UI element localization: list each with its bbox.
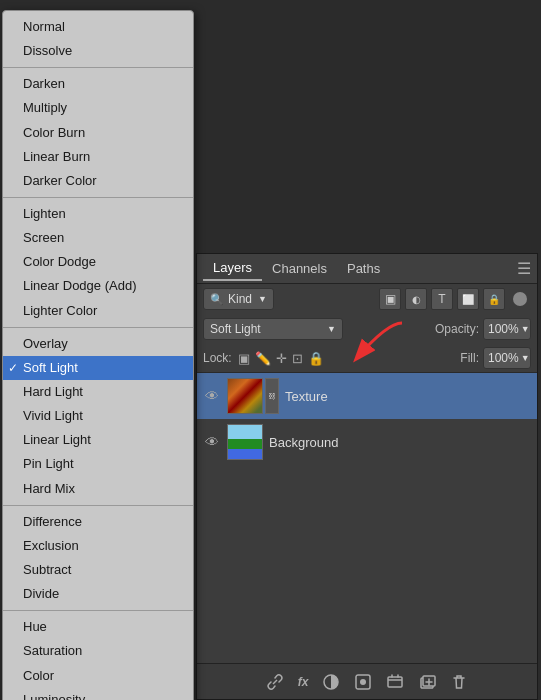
separator-1 (3, 67, 193, 68)
kind-label: Kind (228, 292, 252, 306)
lock-move-btn[interactable]: ✛ (276, 351, 287, 366)
menu-item-luminosity[interactable]: Luminosity (3, 688, 193, 700)
menu-item-pin-light[interactable]: Pin Light (3, 452, 193, 476)
filter-adjust-btn[interactable]: ◐ (405, 288, 427, 310)
svg-point-3 (360, 679, 366, 685)
new-layer-button[interactable] (418, 673, 436, 691)
adjustment-button[interactable] (322, 673, 340, 691)
bottom-toolbar: fx (197, 663, 537, 699)
menu-item-darken[interactable]: Darken (3, 72, 193, 96)
mask-button[interactable] (354, 673, 372, 691)
lock-artboard-btn[interactable]: ⊡ (292, 351, 303, 366)
menu-item-lighter-color[interactable]: Lighter Color (3, 299, 193, 323)
search-icon: 🔍 (210, 293, 224, 306)
layer-item-texture[interactable]: 👁 ⛓ Texture (197, 373, 537, 419)
menu-item-lighten[interactable]: Lighten (3, 202, 193, 226)
menu-item-divide[interactable]: Divide (3, 582, 193, 606)
opacity-section: Opacity: 100% ▼ (435, 318, 531, 340)
menu-item-soft-light[interactable]: Soft Light (3, 356, 193, 380)
filter-icons: ▣ ◐ T ⬜ 🔒 (379, 288, 531, 310)
layer-link-icon: ⛓ (265, 378, 279, 414)
lock-paint-btn[interactable]: ✏️ (255, 351, 271, 366)
menu-item-linear-light[interactable]: Linear Light (3, 428, 193, 452)
tab-channels[interactable]: Channels (262, 257, 337, 280)
link-symbol: ⛓ (268, 392, 276, 401)
blend-mode-row: Soft Light ▼ Opacity: 100% ▼ (197, 314, 537, 344)
layer-thumb-texture (227, 378, 263, 414)
menu-item-vivid-light[interactable]: Vivid Light (3, 404, 193, 428)
fill-label: Fill: (460, 351, 479, 365)
menu-item-exclusion[interactable]: Exclusion (3, 534, 193, 558)
group-button[interactable] (386, 673, 404, 691)
smart-icon: 🔒 (488, 294, 500, 305)
fill-section: Fill: 100% ▼ (460, 347, 531, 369)
kind-select[interactable]: 🔍 Kind ▼ (203, 288, 274, 310)
fx-button[interactable]: fx (298, 675, 309, 689)
opacity-field[interactable]: 100% ▼ (483, 318, 531, 340)
menu-item-difference[interactable]: Difference (3, 510, 193, 534)
tab-layers[interactable]: Layers (203, 256, 262, 281)
menu-item-saturation[interactable]: Saturation (3, 639, 193, 663)
menu-item-hard-mix[interactable]: Hard Mix (3, 477, 193, 501)
layers-list: 👁 ⛓ Texture 👁 Background (197, 373, 537, 663)
menu-item-linear-dodge[interactable]: Linear Dodge (Add) (3, 274, 193, 298)
menu-item-linear-burn[interactable]: Linear Burn (3, 145, 193, 169)
separator-3 (3, 327, 193, 328)
chevron-down-icon-4: ▼ (521, 353, 530, 363)
filter-type-btn[interactable]: T (431, 288, 453, 310)
svg-rect-4 (388, 677, 402, 687)
layer-thumb-wrapper-background (227, 424, 263, 460)
background-thumbnail (228, 425, 262, 459)
lock-label: Lock: (203, 351, 232, 365)
chevron-down-icon-3: ▼ (521, 324, 530, 334)
blend-mode-value: Soft Light (210, 322, 323, 336)
lock-all-btn[interactable]: 🔒 (308, 351, 324, 366)
menu-item-color[interactable]: Color (3, 664, 193, 688)
menu-item-hard-light[interactable]: Hard Light (3, 380, 193, 404)
filter-dot-btn[interactable] (509, 288, 531, 310)
menu-item-color-dodge[interactable]: Color Dodge (3, 250, 193, 274)
panel-menu-icon[interactable]: ☰ (517, 259, 531, 278)
type-icon: T (438, 292, 445, 306)
layer-thumb-background (227, 424, 263, 460)
filter-smart-btn[interactable]: 🔒 (483, 288, 505, 310)
filter-pixel-btn[interactable]: ▣ (379, 288, 401, 310)
lock-row: Lock: ▣ ✏️ ✛ ⊡ 🔒 Fill: 100% ▼ (197, 344, 537, 373)
menu-item-hue[interactable]: Hue (3, 615, 193, 639)
kind-filter-row: 🔍 Kind ▼ ▣ ◐ T ⬜ 🔒 (197, 284, 537, 314)
menu-item-overlay[interactable]: Overlay (3, 332, 193, 356)
chevron-down-icon: ▼ (258, 294, 267, 304)
visibility-toggle-background[interactable]: 👁 (203, 434, 221, 450)
separator-5 (3, 610, 193, 611)
blend-mode-select[interactable]: Soft Light ▼ (203, 318, 343, 340)
layer-name-background: Background (269, 435, 531, 450)
menu-item-dissolve[interactable]: Dissolve (3, 39, 193, 63)
filter-circle (513, 292, 527, 306)
lock-transparent-btn[interactable]: ▣ (238, 351, 250, 366)
fx-icon: fx (298, 675, 309, 689)
filter-shape-btn[interactable]: ⬜ (457, 288, 479, 310)
menu-item-multiply[interactable]: Multiply (3, 96, 193, 120)
blend-mode-menu[interactable]: Normal Dissolve Darken Multiply Color Bu… (2, 10, 194, 700)
texture-thumbnail (228, 379, 262, 413)
pixel-icon: ▣ (385, 292, 396, 306)
opacity-label: Opacity: (435, 322, 479, 336)
link-button[interactable] (266, 673, 284, 691)
fill-field[interactable]: 100% ▼ (483, 347, 531, 369)
layer-item-background[interactable]: 👁 Background (197, 419, 537, 465)
menu-item-subtract[interactable]: Subtract (3, 558, 193, 582)
delete-button[interactable] (450, 673, 468, 691)
layer-name-texture: Texture (285, 389, 531, 404)
menu-item-darker-color[interactable]: Darker Color (3, 169, 193, 193)
menu-item-screen[interactable]: Screen (3, 226, 193, 250)
separator-4 (3, 505, 193, 506)
separator-2 (3, 197, 193, 198)
layers-panel: Layers Channels Paths ☰ 🔍 Kind ▼ ▣ ◐ T ⬜ (196, 253, 538, 700)
visibility-toggle-texture[interactable]: 👁 (203, 388, 221, 404)
menu-item-normal[interactable]: Normal (3, 15, 193, 39)
lock-icons: ▣ ✏️ ✛ ⊡ 🔒 (238, 351, 324, 366)
tab-paths[interactable]: Paths (337, 257, 390, 280)
chevron-down-icon-2: ▼ (327, 324, 336, 334)
opacity-value-text: 100% (488, 322, 519, 336)
menu-item-color-burn[interactable]: Color Burn (3, 121, 193, 145)
